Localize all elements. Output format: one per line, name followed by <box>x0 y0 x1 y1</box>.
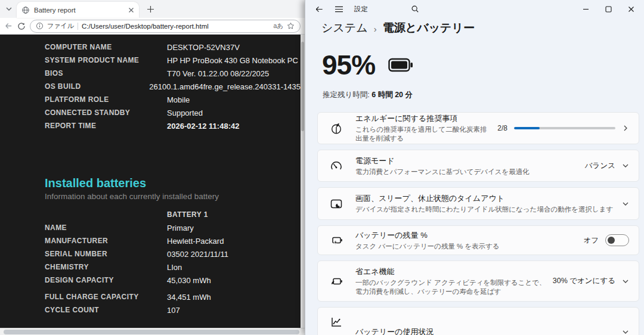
scrollbar-thumb[interactable] <box>301 42 304 131</box>
card-title: バッテリーの残量 % <box>355 230 577 241</box>
recommendations-progress-bar <box>514 127 615 129</box>
browser-tab[interactable]: Battery report <box>17 2 139 18</box>
maximize-icon[interactable] <box>605 6 612 13</box>
report-row: OS BUILD26100.1.amd64fre.ge_release.2403… <box>45 80 301 93</box>
card-title: 電源モード <box>355 156 579 166</box>
card-subtitle: デバイスが指定された時間にわたりアイドル状態になった場合の動作を選択します <box>355 205 616 214</box>
screen: Battery report ファイル C:/ <box>0 0 644 335</box>
report-row: FULL CHARGE CAPACITY34,451 mWh <box>45 290 301 303</box>
report-row: NAMEPrimary <box>45 221 301 234</box>
chevron-down-icon[interactable] <box>622 278 629 285</box>
settings-titlebar: 設定 <box>305 0 644 18</box>
installed-batteries-heading: Installed batteries <box>45 176 301 190</box>
chevron-down-icon[interactable] <box>622 200 629 207</box>
card-title: 省エネ機能 <box>355 266 547 277</box>
report-row: CYCLE COUNT107 <box>45 303 301 317</box>
report-row: MANUFACTURERHewlett-Packard <box>45 234 301 247</box>
card-battery-percent-taskbar[interactable]: バッテリーの残量 % タスク バーにバッテリーの残量 % を表示する オフ <box>317 225 639 255</box>
report-row: REPORT TIME2026-02-12 11:48:42 <box>45 119 301 132</box>
battery-icon <box>388 57 413 73</box>
browser-toolbar: ファイル C:/Users/user/Desktop/battery-repor… <box>0 18 305 35</box>
card-screen-sleep-timeouts[interactable]: 画面、スリープ、休止状態のタイムアウト デバイスが指定された時間にわたりアイドル… <box>317 187 639 220</box>
estimate-value: 6 時間 20 分 <box>371 91 413 99</box>
card-subtitle: タスク バーにバッテリーの残量 % を表示する <box>355 242 577 251</box>
card-battery-usage[interactable]: バッテリーの使用状況 <box>317 307 639 335</box>
report-row: COMPUTER NAMEDESKTOP-52VN37V <box>45 41 301 54</box>
search-icon[interactable] <box>411 5 419 13</box>
window-controls <box>583 6 644 13</box>
speedometer-icon <box>329 159 343 172</box>
address-url: C:/Users/user/Desktop/battery-report.htm… <box>82 23 270 30</box>
settings-cards: エネルギーに関する推奨事項 これらの推奨事項を適用して二酸化炭素排出量を削減する… <box>317 112 639 335</box>
power-mode-value: バランス <box>585 161 615 171</box>
card-subtitle: 一部のバックグラウンド アクティビティを制限することで、電力消費を削減し、バッテ… <box>355 278 547 296</box>
report-row: SYSTEM PRODUCT NAMEHP HP ProBook 430 G8 … <box>45 54 301 67</box>
report-row: DESIGN CAPACITY45,030 mWh <box>45 274 301 287</box>
translate-icon[interactable]: aあ <box>273 22 283 30</box>
minimize-icon[interactable] <box>583 6 589 13</box>
report-row: BIOST70 Ver. 01.22.00 08/22/2025 <box>45 67 301 80</box>
tab-menu-chevron-icon[interactable] <box>1 1 17 17</box>
address-divider <box>78 23 78 30</box>
breadcrumb-separator: › <box>374 23 377 34</box>
report-row: CONNECTED STANDBYSupported <box>45 106 301 119</box>
chevron-down-icon[interactable] <box>622 328 629 335</box>
battery-summary: 95% <box>322 49 413 81</box>
tab-title: Battery report <box>34 7 124 14</box>
battery-percent-toggle[interactable] <box>605 234 629 246</box>
tab-strip: Battery report <box>0 0 305 18</box>
recommendations-count: 2/8 <box>497 124 507 132</box>
card-title: 画面、スリープ、休止状態のタイムアウト <box>355 193 616 204</box>
browser-window: Battery report ファイル C:/ <box>0 0 305 335</box>
battery-column-header: BATTERY 1 <box>45 208 301 221</box>
settings-window: 設定 システム › 電源とバッテリー 95% 推定残り時間: 6 時間 20 <box>305 0 644 335</box>
screen-moon-icon <box>329 197 343 210</box>
report-content: COMPUTER NAMEDESKTOP-52VN37V SYSTEM PROD… <box>45 41 301 317</box>
tab-close-icon[interactable] <box>128 7 134 13</box>
breadcrumb: システム › 電源とバッテリー <box>321 20 475 36</box>
battery-percent: 95% <box>322 49 375 81</box>
refresh-icon[interactable] <box>17 22 26 30</box>
card-title: エネルギーに関する推奨事項 <box>355 113 491 124</box>
card-title: バッテリーの使用状況 <box>355 327 616 335</box>
report-row: SERIAL NUMBER03502 2021/11/11 <box>45 247 301 260</box>
progress-fill <box>514 127 540 129</box>
hamburger-menu-icon[interactable] <box>335 5 343 13</box>
toggle-knob <box>608 237 615 244</box>
app-title: 設定 <box>354 5 368 14</box>
globe-icon <box>21 6 30 14</box>
battery-report-page: COMPUTER NAMEDESKTOP-52VN37V SYSTEM PROD… <box>0 35 301 328</box>
back-icon[interactable] <box>4 21 13 30</box>
info-icon[interactable] <box>36 22 44 30</box>
card-energy-saver[interactable]: 省エネ機能 一部のバックグラウンド アクティビティを制限することで、電力消費を削… <box>317 260 639 302</box>
breadcrumb-system[interactable]: システム <box>321 20 368 36</box>
battery-bolt-icon <box>329 234 343 247</box>
battery-leaf-icon <box>329 275 343 288</box>
card-power-mode[interactable]: 電源モード 電力消費とパフォーマンスに基づいてデバイスを最適化 バランス <box>317 150 639 182</box>
page-title: 電源とバッテリー <box>383 20 475 36</box>
favorite-star-icon[interactable] <box>287 22 295 30</box>
line-chart-icon <box>329 315 343 328</box>
battery-estimate: 推定残り時間: 6 時間 20 分 <box>323 90 413 100</box>
back-icon[interactable] <box>315 5 324 14</box>
energy-saver-value: 30% でオンにする <box>553 276 615 286</box>
close-icon[interactable] <box>628 6 634 13</box>
vertical-scrollbar[interactable] <box>301 35 305 328</box>
chevron-right-icon[interactable] <box>622 125 629 132</box>
card-subtitle: 電力消費とパフォーマンスに基づいてデバイスを最適化 <box>355 168 579 176</box>
horizontal-scrollbar[interactable] <box>0 328 305 335</box>
eco-leaf-icon <box>329 122 343 135</box>
toggle-state-label: オフ <box>583 235 599 246</box>
card-energy-recommendations[interactable]: エネルギーに関する推奨事項 これらの推奨事項を適用して二酸化炭素排出量を削減する… <box>317 112 639 144</box>
report-row: PLATFORM ROLEMobile <box>45 93 301 106</box>
report-row: CHEMISTRYLIon <box>45 260 301 274</box>
scrollbar-thumb[interactable] <box>4 330 299 334</box>
installed-batteries-subtitle: Information about each currently install… <box>45 192 301 201</box>
address-bar[interactable]: ファイル C:/Users/user/Desktop/battery-repor… <box>30 20 301 33</box>
new-tab-button[interactable] <box>143 1 158 17</box>
chevron-down-icon[interactable] <box>622 162 629 169</box>
address-scheme-label: ファイル <box>47 21 74 30</box>
card-subtitle: これらの推奨事項を適用して二酸化炭素排出量を削減する <box>355 125 491 143</box>
